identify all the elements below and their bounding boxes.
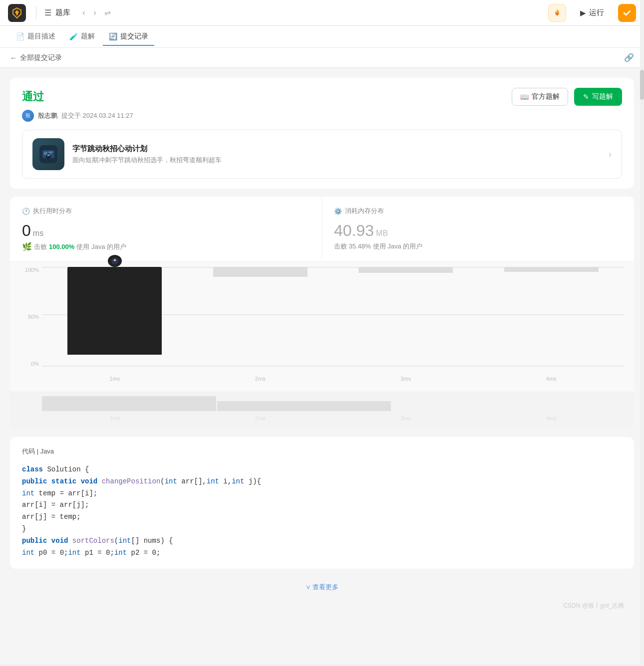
mini-x-axis: 1ms 2ms 3ms 4ms (42, 415, 624, 421)
status-actions: 📖 官方题解 ✎ 写题解 (512, 88, 622, 106)
header-nav: ☰ 题库 ‹ › ⇌ (44, 5, 548, 20)
code-label-text: 代码 (22, 447, 35, 455)
see-more-button[interactable]: ∨ 查看更多 (10, 577, 634, 598)
submit-button[interactable] (618, 4, 636, 22)
code-line-5: arr[j] = temp; (22, 511, 622, 523)
logo[interactable] (8, 4, 26, 22)
tab-solution-label: 题解 (81, 32, 95, 41)
header-right: ▶ 运行 (548, 4, 636, 22)
stats-time: 🕐 执行用时分布 0 ms 🌿 击败 100.00% 使用 Java 的用户 (10, 197, 322, 261)
bar-1 (67, 267, 162, 355)
status-row: 通过 📖 官方题解 ✎ 写题解 (22, 88, 622, 106)
mini-bars (42, 396, 624, 411)
bar-1-icon (108, 255, 122, 267)
mini-bar-1 (42, 396, 216, 411)
code-line-7: public void sortColors(int[] nums) { (22, 535, 622, 547)
tab-solution[interactable]: 🧪 题解 (63, 28, 101, 46)
mini-chart: 1ms 2ms 3ms 4ms (10, 392, 634, 429)
memory-unit: MB (376, 229, 388, 238)
watermark-text: CSDN @殷丨grd_志腾 (563, 602, 624, 609)
memory-beat: 击败 35.48% 使用 Java 的用户 (334, 242, 622, 251)
tab-submissions-label: 提交记录 (120, 32, 148, 41)
official-solution-button[interactable]: 📖 官方题解 (512, 88, 568, 106)
bar-3 (358, 267, 453, 273)
back-arrow-icon: ← (10, 54, 17, 62)
bar-group-2 (188, 267, 333, 367)
watermark: CSDN @殷丨grd_志腾 (10, 598, 634, 614)
y-label-100: 100% (25, 267, 39, 273)
prev-arrow[interactable]: ‹ (80, 5, 87, 20)
chart-area: 100% 50% 0% (10, 261, 634, 392)
svg-rect-4 (48, 152, 53, 153)
time-value-row: 0 ms (22, 222, 310, 240)
x-label-2ms: 2ms (188, 376, 333, 382)
header: ☰ 题库 ‹ › ⇌ ▶ 运行 (0, 0, 644, 26)
chart-x-axis: 1ms 2ms 3ms 4ms (42, 376, 624, 382)
chart-container: 100% 50% 0% (20, 262, 624, 382)
memory-beat-pct: 击败 35.48% (334, 242, 371, 251)
stats-memory: ⚙️ 消耗内存分布 40.93 MB 击败 35.48% 使用 Java 的用户 (322, 197, 634, 261)
mini-bar-2 (217, 401, 391, 411)
play-icon: ▶ (580, 8, 586, 17)
time-label: 🕐 执行用时分布 (22, 207, 310, 216)
code-label: 代码 | Java (22, 447, 622, 456)
x-label-4ms: 4ms (479, 376, 625, 382)
bar-group-1 (42, 267, 188, 367)
link-icon[interactable]: 🔗 (624, 53, 634, 62)
code-line-6: } (22, 523, 622, 535)
next-arrow[interactable]: › (91, 5, 98, 20)
memory-icon: ⚙️ (334, 208, 342, 215)
solution-icon: 🧪 (69, 32, 78, 40)
promo-card[interactable]: 字节跳动秋招心动计划 面向短期冲刺字节跳动秋招选手，秋招弯道顺利超车 › (22, 130, 622, 179)
stats-grid: 🕐 执行用时分布 0 ms 🌿 击败 100.00% 使用 Java 的用户 ⚙… (10, 197, 634, 261)
header-divider (36, 6, 36, 20)
code-block: class Solution { public static void chan… (22, 464, 622, 559)
back-label: 全部提交记录 (20, 53, 62, 62)
write-btn-label: 写题解 (592, 92, 613, 101)
time-beat: 🌿 击败 100.00% 使用 Java 的用户 (22, 242, 310, 251)
bar-group-4 (479, 267, 625, 367)
fire-button[interactable] (548, 4, 566, 22)
write-solution-button[interactable]: ✎ 写题解 (574, 88, 622, 106)
tab-description-label: 题目描述 (27, 32, 55, 41)
status-pass: 通过 (22, 89, 44, 104)
code-line-4: arr[i] = arr[j]; (22, 499, 622, 511)
code-line-2: public static void changePosition(int ar… (22, 476, 622, 488)
submit-time: 提交于 2024.03.24 11:27 (61, 111, 133, 120)
submissions-icon: 🔄 (109, 32, 117, 40)
memory-value-row: 40.93 MB (334, 222, 622, 240)
time-label-text: 执行用时分布 (33, 207, 72, 216)
user-name: 殷志鹏 (38, 111, 57, 120)
main-content: 通过 📖 官方题解 ✎ 写题解 殷 殷志鹏 提交于 2024.03.24 11:… (0, 68, 644, 664)
y-label-50: 50% (28, 314, 39, 320)
tab-description[interactable]: 📄 题目描述 (10, 28, 61, 46)
shuffle-icon[interactable]: ⇌ (102, 6, 113, 19)
sub-header: ← 全部提交记录 🔗 (0, 48, 644, 68)
avatar: 殷 (22, 110, 34, 122)
see-more-label: ∨ 查看更多 (306, 583, 339, 591)
scrollbar-thumb[interactable] (640, 70, 644, 100)
code-line-1: class Solution { (22, 464, 622, 476)
code-language: Java (40, 447, 54, 455)
mini-x-2ms: 2ms (188, 415, 333, 421)
code-line-3: int temp = arr[i]; (22, 488, 622, 500)
scrollbar[interactable] (640, 0, 644, 666)
bar-group-3 (333, 267, 479, 367)
mini-x-1ms: 1ms (42, 415, 188, 421)
tab-submissions[interactable]: 🔄 提交记录 (103, 28, 154, 46)
svg-point-7 (47, 154, 49, 156)
y-label-0: 0% (31, 361, 39, 367)
promo-text: 字节跳动秋招心动计划 面向短期冲刺字节跳动秋招选手，秋招弯道顺利超车 (72, 144, 222, 165)
nav-title: 题库 (55, 8, 70, 17)
run-button[interactable]: ▶ 运行 (572, 4, 612, 21)
bar-2 (213, 267, 308, 277)
beat-icon: 🌿 (22, 242, 32, 251)
edit-icon: ✎ (583, 93, 589, 101)
memory-label: ⚙️ 消耗内存分布 (334, 207, 622, 216)
book-icon: 📖 (520, 93, 529, 101)
bars-container (42, 267, 624, 367)
beat-prefix: 击败 (34, 242, 47, 251)
memory-value: 40.93 (334, 222, 374, 240)
back-button[interactable]: ← 全部提交记录 (10, 53, 62, 62)
description-icon: 📄 (16, 32, 24, 40)
